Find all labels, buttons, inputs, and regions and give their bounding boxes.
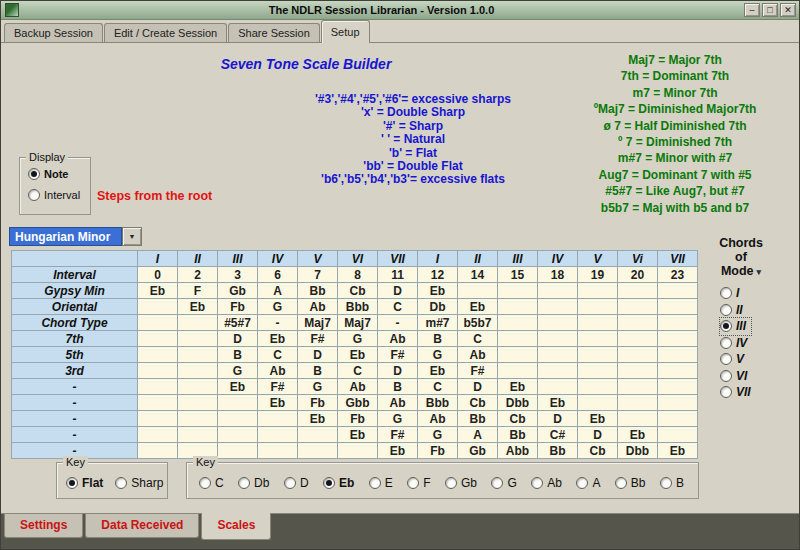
table-cell: C	[258, 347, 298, 363]
tab-backup-session[interactable]: Backup Session	[4, 23, 103, 42]
radio-icon	[28, 189, 40, 201]
radio-c[interactable]: C	[199, 476, 224, 490]
radio-flat[interactable]: Flat	[66, 476, 103, 490]
radio-label: VII	[736, 385, 751, 399]
minimize-button[interactable]: –	[744, 3, 760, 17]
table-cell	[258, 427, 298, 443]
tab-data-received[interactable]: Data Received	[85, 514, 199, 538]
radio-e[interactable]: E	[369, 476, 393, 490]
table-cell	[538, 331, 578, 347]
radio-icon	[445, 477, 457, 489]
table-cell	[538, 347, 578, 363]
radio-eb[interactable]: Eb	[323, 476, 354, 490]
table-cell	[618, 395, 658, 411]
radio-label: Ab	[547, 476, 562, 490]
radio-f[interactable]: F	[407, 476, 430, 490]
table-row: -EbF#GAbBCDEb	[12, 379, 698, 395]
table-cell	[578, 363, 618, 379]
accidental-legend-line: '#3','#4','#5','#6'= excessive sharps	[263, 93, 563, 106]
chevron-down-icon: ▾	[757, 267, 762, 277]
tab-scales[interactable]: Scales	[201, 513, 271, 540]
table-cell	[298, 443, 338, 459]
table-cell: Bb	[458, 411, 498, 427]
table-cell: F#	[458, 363, 498, 379]
table-cell: Ab	[338, 379, 378, 395]
scale-select-arrow-button[interactable]: ▼	[122, 227, 142, 246]
table-cell: 12	[418, 267, 458, 283]
radio-interval[interactable]: Interval	[28, 189, 80, 201]
column-header: I	[418, 251, 458, 267]
radio-icon	[115, 477, 127, 489]
radio-g[interactable]: G	[491, 476, 516, 490]
close-button[interactable]: ✕	[780, 3, 796, 17]
table-cell: D	[578, 427, 618, 443]
scale-select-value[interactable]: Hungarian Minor	[9, 227, 122, 246]
chords-of-mode-label-text: Chords	[719, 236, 763, 250]
table-cell: Eb	[658, 443, 698, 459]
tab-share-session[interactable]: Share Session	[228, 23, 320, 42]
table-cell: Ab	[458, 347, 498, 363]
radio-ab[interactable]: Ab	[531, 476, 562, 490]
table-cell: B	[218, 347, 258, 363]
row-label: -	[12, 427, 138, 443]
radio-db[interactable]: Db	[238, 476, 269, 490]
radio-ii[interactable]: II	[720, 302, 751, 319]
chords-of-mode-label-text: of	[735, 250, 747, 264]
radio-icon	[407, 477, 419, 489]
table-cell	[178, 379, 218, 395]
table-cell: Maj7	[298, 315, 338, 331]
table-cell	[178, 411, 218, 427]
table-cell: Bbb	[338, 299, 378, 315]
radio-iii[interactable]: III	[720, 318, 751, 335]
table-cell: 18	[538, 267, 578, 283]
accidental-legend-line: '#' = Sharp	[263, 120, 563, 133]
radio-label: III	[736, 319, 746, 333]
table-cell	[618, 315, 658, 331]
table-cell: 19	[578, 267, 618, 283]
radio-i[interactable]: I	[720, 285, 751, 302]
table-cell: 2	[178, 267, 218, 283]
table-row: -EbFbGbbAbBbbCbDbbEb	[12, 395, 698, 411]
radio-sharp[interactable]: Sharp	[115, 476, 163, 490]
radio-note[interactable]: Note	[28, 168, 80, 180]
tab-settings[interactable]: Settings	[4, 514, 83, 538]
radio-icon	[720, 320, 732, 332]
table-cell: Bbb	[418, 395, 458, 411]
chord-legend-line: ø 7 = Half Diminished 7th	[553, 118, 797, 134]
tab-setup[interactable]: Setup	[321, 20, 370, 43]
table-corner	[12, 251, 138, 267]
table-cell	[578, 395, 618, 411]
table-cell	[618, 379, 658, 395]
table-cell: D	[378, 283, 418, 299]
radio-vi[interactable]: VI	[720, 368, 751, 385]
table-cell: D	[298, 347, 338, 363]
table-cell: Ab	[378, 331, 418, 347]
table-cell	[338, 443, 378, 459]
radio-a[interactable]: A	[576, 476, 600, 490]
radio-label: Gb	[461, 476, 477, 490]
table-cell: Fb	[418, 443, 458, 459]
radio-label: IV	[736, 336, 747, 350]
table-cell	[578, 299, 618, 315]
table-cell	[578, 331, 618, 347]
tab-edit-create-session[interactable]: Edit / Create Session	[104, 23, 227, 42]
accidental-legend-line: 'x' = Double Sharp	[263, 106, 563, 119]
column-header: Vi	[618, 251, 658, 267]
radio-icon	[720, 287, 732, 299]
column-header: III	[498, 251, 538, 267]
scale-select[interactable]: Hungarian Minor ▼	[9, 227, 142, 246]
table-cell	[578, 283, 618, 299]
radio-d[interactable]: D	[284, 476, 309, 490]
radio-gb[interactable]: Gb	[445, 476, 477, 490]
radio-v[interactable]: V	[720, 351, 751, 368]
maximize-button[interactable]: □	[762, 3, 778, 17]
radio-bb[interactable]: Bb	[615, 476, 646, 490]
table-cell: 0	[138, 267, 178, 283]
radio-b[interactable]: B	[660, 476, 684, 490]
radio-icon	[660, 477, 672, 489]
table-cell: D	[538, 411, 578, 427]
table-row: 3rdGAbBCDEbF#	[12, 363, 698, 379]
radio-vii[interactable]: VII	[720, 384, 751, 401]
radio-iv[interactable]: IV	[720, 335, 751, 352]
column-header: V	[578, 251, 618, 267]
